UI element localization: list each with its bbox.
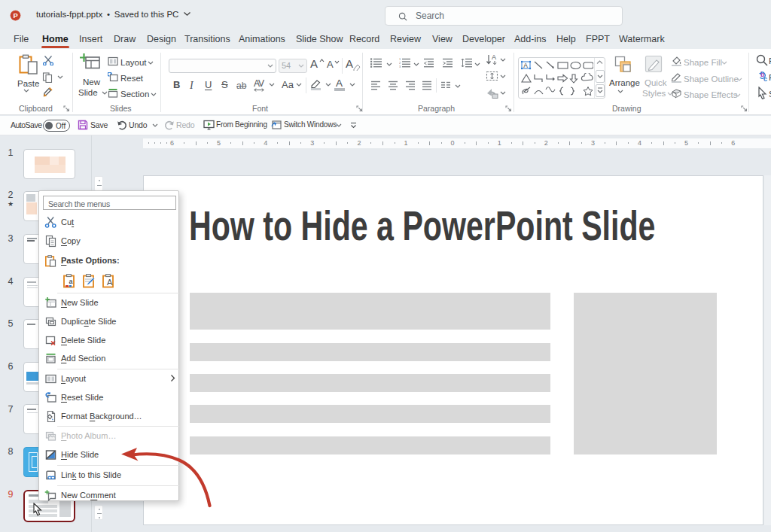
svg-text:A: A (107, 278, 113, 287)
svg-text:A: A (492, 53, 496, 61)
svg-text:3: 3 (399, 65, 401, 68)
svg-text:A: A (523, 62, 528, 69)
svg-text:P: P (13, 12, 17, 20)
